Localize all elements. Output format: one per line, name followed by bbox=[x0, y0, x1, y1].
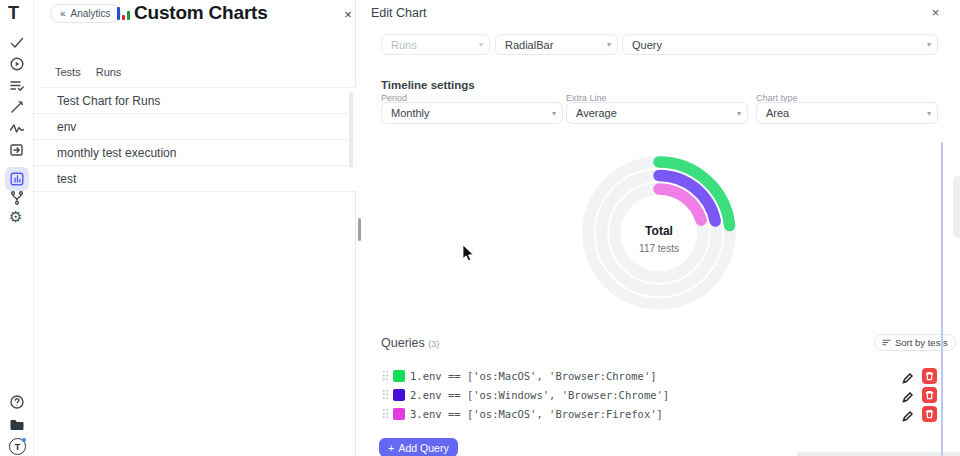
plus-icon: + bbox=[388, 442, 394, 454]
delete-query-button[interactable] bbox=[922, 368, 937, 384]
query-row: 3.env == ['os:MacOS', 'Browser:Firefox'] bbox=[382, 405, 937, 422]
settings-gear-icon[interactable]: ⚙ bbox=[9, 209, 25, 225]
tab-tests[interactable]: Tests bbox=[55, 66, 81, 78]
queries-heading-text: Queries bbox=[381, 336, 425, 350]
tests-check-icon[interactable] bbox=[9, 35, 25, 51]
source-select[interactable]: Runs ▾ bbox=[381, 34, 490, 55]
delete-query-button[interactable] bbox=[922, 406, 937, 422]
chevron-down-icon: ▾ bbox=[479, 41, 483, 49]
projects-folder-icon[interactable] bbox=[9, 417, 25, 433]
drawer-scroll-indicator[interactable] bbox=[941, 142, 943, 456]
pulse-activity-icon[interactable] bbox=[9, 121, 25, 137]
mode-select-value: Query bbox=[632, 39, 662, 51]
list-item[interactable]: test bbox=[34, 166, 356, 192]
trash-icon bbox=[925, 409, 934, 419]
import-box-arrow-icon[interactable] bbox=[9, 142, 25, 158]
list-item[interactable]: monthly test execution bbox=[34, 140, 356, 166]
sidebar-item-analytics-active[interactable] bbox=[5, 167, 29, 191]
list-scrollbar-thumb[interactable] bbox=[349, 92, 353, 168]
edit-chart-drawer: Edit Chart × Runs ▾ RadialBar ▾ Query ▾ … bbox=[357, 0, 960, 456]
source-select-value: Runs bbox=[391, 39, 417, 51]
tab-runs[interactable]: Runs bbox=[96, 66, 122, 78]
runs-play-circle-icon[interactable] bbox=[9, 56, 25, 72]
drag-handle-icon[interactable] bbox=[382, 389, 389, 400]
chart-kind-select[interactable]: RadialBar ▾ bbox=[495, 34, 618, 55]
chart-type-select-value: Area bbox=[766, 107, 789, 119]
period-select[interactable]: Monthly ▾ bbox=[381, 102, 563, 124]
mode-select[interactable]: Query ▾ bbox=[622, 34, 938, 55]
drag-handle-icon[interactable] bbox=[382, 408, 389, 419]
extra-line-select-value: Average bbox=[576, 107, 617, 119]
chevron-down-icon: ▾ bbox=[552, 110, 556, 118]
chart-kind-select-value: RadialBar bbox=[505, 39, 553, 51]
sort-by-tests-button[interactable]: Sort by tests bbox=[874, 334, 956, 351]
add-query-label: Add Query bbox=[398, 442, 448, 454]
drawer-title: Edit Chart bbox=[371, 6, 427, 20]
icon-rail: T ⚙ T bbox=[0, 0, 34, 456]
edit-pencil-icon[interactable] bbox=[902, 389, 913, 400]
queries-heading: Queries (3) bbox=[381, 336, 439, 350]
drag-handle-icon[interactable] bbox=[382, 370, 389, 381]
query-expression: 3.env == ['os:MacOS', 'Browser:Firefox'] bbox=[410, 408, 663, 420]
plans-list-check-icon[interactable] bbox=[9, 78, 25, 94]
avatar-initial: T bbox=[15, 442, 21, 452]
chart-total-label: Total bbox=[549, 224, 769, 238]
sort-icon bbox=[882, 338, 891, 347]
back-button-label: Analytics bbox=[71, 8, 111, 19]
add-query-button[interactable]: + Add Query bbox=[379, 438, 458, 456]
chevron-down-icon: ▾ bbox=[927, 110, 931, 118]
chevron-down-icon: ▾ bbox=[737, 110, 741, 118]
delete-query-button[interactable] bbox=[922, 387, 937, 403]
edit-pencil-icon[interactable] bbox=[902, 408, 913, 419]
queries-count: (3) bbox=[428, 339, 439, 349]
query-row: 1.env == ['os:MacOS', 'Browser:Chrome'] bbox=[382, 367, 937, 384]
chevron-down-icon: ▾ bbox=[607, 41, 611, 49]
trash-icon bbox=[925, 371, 934, 381]
help-icon[interactable] bbox=[9, 394, 25, 410]
app-logo[interactable]: T bbox=[8, 3, 19, 24]
back-to-analytics-button[interactable]: « Analytics bbox=[50, 4, 121, 23]
list-item[interactable]: env bbox=[34, 114, 356, 140]
query-color-swatch bbox=[393, 408, 405, 420]
account-avatar[interactable]: T bbox=[9, 438, 26, 455]
query-expression: 1.env == ['os:MacOS', 'Browser:Chrome'] bbox=[410, 370, 657, 382]
page-scrollbar-thumb[interactable] bbox=[953, 176, 960, 238]
extra-line-select[interactable]: Average ▾ bbox=[566, 102, 748, 124]
avatar-status-dot bbox=[22, 438, 26, 442]
list-tabs: Tests Runs bbox=[55, 66, 121, 78]
drawer-bottom-scroll-strip bbox=[797, 452, 960, 456]
query-row: 2.env == ['os:Windows', 'Browser:Chrome'… bbox=[382, 386, 937, 403]
sort-button-label: Sort by tests bbox=[895, 337, 948, 348]
list-item[interactable]: Test Chart for Runs bbox=[34, 88, 356, 114]
drawer-close-icon[interactable]: × bbox=[928, 5, 943, 20]
charts-list-panel: « Analytics Custom Charts × Tests Runs T… bbox=[34, 0, 356, 456]
back-chevrons-icon: « bbox=[60, 8, 66, 19]
drawer-resize-handle[interactable] bbox=[358, 218, 361, 241]
edit-pencil-icon[interactable] bbox=[902, 370, 913, 381]
timeline-settings-heading: Timeline settings bbox=[381, 79, 475, 91]
chevron-down-icon: ▾ bbox=[927, 41, 931, 49]
list-close-icon[interactable]: × bbox=[340, 6, 356, 22]
chart-type-select[interactable]: Area ▾ bbox=[756, 102, 938, 124]
workflow-branch-icon[interactable] bbox=[9, 190, 25, 206]
query-color-swatch bbox=[393, 389, 405, 401]
trash-icon bbox=[925, 390, 934, 400]
bar-chart-icon bbox=[117, 6, 132, 20]
chart-total-value: 117 tests bbox=[549, 243, 769, 254]
app-window: T ⚙ T bbox=[0, 0, 960, 456]
period-select-value: Monthly bbox=[391, 107, 430, 119]
chart-rows: Test Chart for Runs env monthly test exe… bbox=[34, 88, 356, 192]
page-title: Custom Charts bbox=[134, 2, 268, 24]
tool-wand-icon[interactable] bbox=[9, 99, 25, 115]
query-color-swatch bbox=[393, 370, 405, 382]
query-expression: 2.env == ['os:Windows', 'Browser:Chrome'… bbox=[410, 389, 669, 401]
